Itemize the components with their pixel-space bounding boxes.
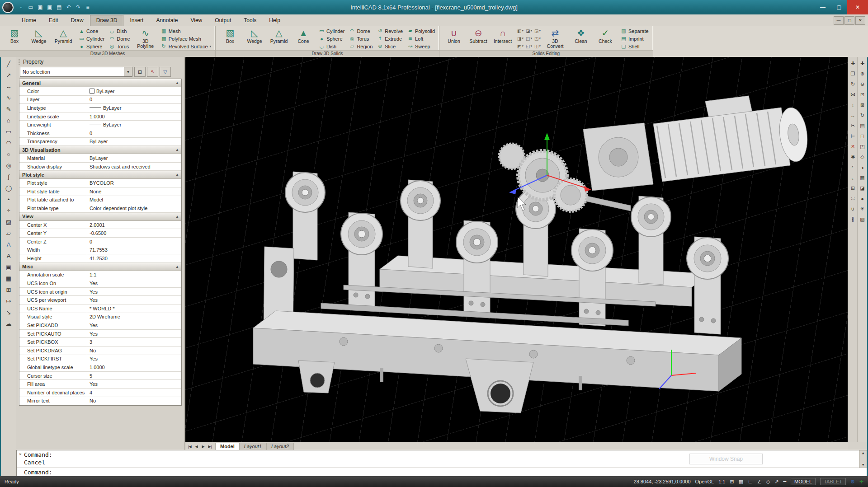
menu-tab[interactable]: Tools — [237, 15, 263, 26]
polyline-icon[interactable]: ∿ — [3, 93, 14, 103]
redo-icon[interactable]: ↷ — [74, 3, 83, 12]
property-row[interactable]: Color ByLayer — [19, 87, 181, 96]
menu-tab[interactable]: View — [184, 15, 208, 26]
divide-icon[interactable]: ÷ — [3, 206, 14, 215]
light-icon[interactable]: ☀ — [859, 205, 867, 213]
fillet-icon[interactable]: ◜ — [849, 163, 857, 172]
command-prompt[interactable]: Command: — [17, 468, 867, 476]
close-button[interactable]: ✕ — [847, 0, 868, 14]
grid-icon[interactable]: ▦ — [739, 479, 743, 485]
trim-icon[interactable]: ✂ — [849, 122, 857, 130]
property-row[interactable]: UCS Name * WORLD * — [19, 304, 181, 313]
rotate-faces-icon[interactable]: ◰ ▾ — [525, 35, 533, 42]
make-block-icon[interactable]: ▦ — [3, 274, 14, 283]
copy-faces-icon[interactable]: ◳ ▾ — [533, 35, 542, 42]
chevron-down-icon[interactable]: ▼ — [124, 67, 132, 76]
model-viewport[interactable] — [185, 57, 848, 442]
property-row[interactable]: Height 41.2530 — [19, 254, 181, 263]
ellipse-icon[interactable]: ◯ — [3, 183, 14, 193]
section-header[interactable]: 3D Visualisation ▲ — [19, 146, 181, 154]
save-icon[interactable]: ▣ — [36, 3, 45, 12]
section-header[interactable]: Misc ▲ — [19, 263, 181, 271]
customize-quick-access-icon[interactable]: ≡ — [83, 3, 92, 12]
property-row[interactable]: Plot table type Color-dependent plot sty… — [19, 204, 181, 213]
property-row[interactable]: Material ByLayer — [19, 154, 181, 163]
property-row[interactable]: Set PICKADD Yes — [19, 321, 181, 330]
zoom-out-icon[interactable]: ⊖ — [859, 80, 867, 89]
xline-icon[interactable]: ↔ — [3, 82, 14, 91]
property-row[interactable]: UCS icon On Yes — [19, 279, 181, 288]
point-icon[interactable]: • — [3, 195, 14, 204]
stretch-icon[interactable]: ↔ — [849, 111, 857, 120]
mesh-box-button[interactable]: ▧ Box — [2, 27, 27, 50]
open-file-icon[interactable]: ▭ — [26, 3, 35, 12]
property-row[interactable]: Set PICKDRAG No — [19, 347, 181, 355]
top-view-icon[interactable]: ◰ — [859, 142, 867, 151]
mesh-torus-button[interactable]: ◎ Torus — [107, 42, 132, 50]
last-tab-button[interactable]: ▶| — [207, 443, 213, 450]
mesh-pyramid-button[interactable]: △ Pyramid — [51, 27, 75, 50]
maximize-button[interactable]: ▢ — [831, 0, 847, 14]
plot-icon[interactable]: ▤ — [55, 3, 64, 12]
iso-view-icon[interactable]: ◇ — [859, 153, 867, 161]
property-row[interactable]: Set PICKAUTO Yes — [19, 330, 181, 338]
menu-tab[interactable]: Draw — [65, 15, 90, 26]
menu-tab[interactable]: Home — [15, 15, 42, 26]
annotation-scale[interactable]: 1:1 — [718, 479, 725, 484]
save-all-icon[interactable]: ▣ — [45, 3, 54, 12]
collapse-icon[interactable]: ▲ — [175, 81, 179, 85]
array-icon[interactable]: ⊞ — [849, 184, 857, 192]
layout-tab[interactable]: Layout1 — [240, 443, 267, 450]
scroll-down-icon[interactable]: ▼ — [862, 463, 864, 467]
command-window[interactable]: ✕ Command:Cancel Command: ▲ ▼ Window Sna… — [16, 450, 867, 477]
check-button[interactable]: ✓ Check — [593, 27, 618, 50]
menu-tab[interactable]: Draw 3D — [90, 15, 124, 26]
menu-tab[interactable]: Help — [263, 15, 287, 26]
property-row[interactable]: Transparency ByLayer — [19, 138, 181, 146]
property-row[interactable]: Set PICKFIRST Yes — [19, 355, 181, 364]
subtract-button[interactable]: ⊖ Subtract — [466, 27, 491, 50]
insert-block-icon[interactable]: ▣ — [3, 262, 14, 272]
erase-icon[interactable]: ✕ — [849, 142, 857, 151]
minimize-button[interactable]: — — [815, 0, 831, 14]
circle-icon[interactable]: ○ — [3, 150, 14, 159]
solid-dome-button[interactable]: ◠ Dome — [347, 27, 374, 35]
solid-dish-button[interactable]: ◡ Dish — [317, 42, 346, 50]
section-header[interactable]: View ▲ — [19, 213, 181, 221]
polygon-icon[interactable]: ⌂ — [3, 116, 14, 125]
shell-button[interactable]: ▢ Shell — [619, 42, 651, 50]
3d-convert-button[interactable]: ⇄ 3D Convert — [543, 27, 567, 50]
polar-icon[interactable]: ∠ — [757, 479, 762, 485]
explode-icon[interactable]: ✱ — [849, 153, 857, 161]
mirror-icon[interactable]: ⋈ — [849, 90, 857, 99]
offset-faces-icon[interactable]: ◩ ▾ — [516, 42, 524, 50]
hatch-icon[interactable]: ▨ — [3, 217, 14, 227]
front-view-icon[interactable]: ◻ — [859, 132, 867, 140]
arc-icon[interactable]: ◠ — [3, 138, 14, 148]
property-row[interactable]: Width 71.7553 — [19, 246, 181, 255]
extend-icon[interactable]: ⊢ — [849, 132, 857, 140]
shade-icon[interactable]: ◑ — [859, 163, 867, 172]
panel-grip-icon[interactable] — [19, 59, 20, 65]
spline-icon[interactable]: ∫ — [3, 172, 14, 182]
menu-tab[interactable]: Output — [208, 15, 237, 26]
revolved-surface-button[interactable]: ↻ Revolved Surface ▾ — [159, 42, 213, 50]
leader-icon[interactable]: ↘ — [3, 308, 14, 317]
mtext-icon[interactable]: A — [3, 251, 14, 261]
copy-icon[interactable]: ❐ — [849, 70, 857, 78]
property-row[interactable]: UCS icon at origin Yes — [19, 288, 181, 296]
orbit-icon[interactable]: ↻ — [859, 111, 867, 120]
tablet-label[interactable]: TABLET — [820, 478, 846, 485]
solid-cone-button[interactable]: ▲ Cone — [291, 27, 316, 50]
polyface-mesh-button[interactable]: ▩ Polyface Mesh — [159, 35, 213, 42]
material-icon[interactable]: ▧ — [859, 215, 867, 224]
property-row[interactable]: Center Y -0.6500 — [19, 229, 181, 238]
model-label[interactable]: MODEL — [791, 478, 816, 485]
property-row[interactable]: Center X 2.0001 — [19, 221, 181, 229]
revolve-button[interactable]: ↺ Revolve — [375, 27, 405, 35]
property-row[interactable]: Fill area Yes — [19, 380, 181, 389]
line-icon[interactable]: ╱ — [3, 59, 14, 69]
property-row[interactable]: Set PICKBOX 3 — [19, 338, 181, 347]
filter-button[interactable]: ▽ — [160, 67, 171, 77]
mesh-dish-button[interactable]: ◡ Dish — [107, 27, 132, 35]
